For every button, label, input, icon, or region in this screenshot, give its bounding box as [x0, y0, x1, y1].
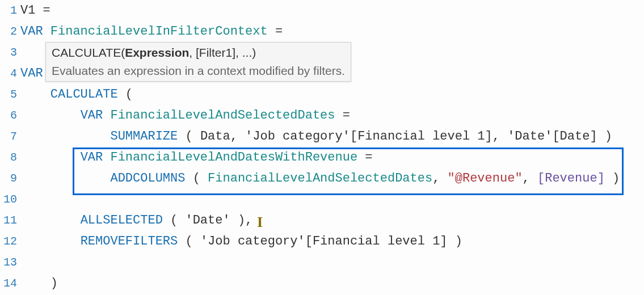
token-indent [20, 213, 81, 227]
token-arg: 'Date' [185, 213, 230, 227]
code-line[interactable]: 3 CALCULATE(Expression, [Filter1], ...) … [0, 42, 644, 63]
token-paren: ( [163, 213, 186, 227]
token-identifier: FinancialLevelInFilterContext [50, 24, 268, 39]
code-content[interactable]: REMOVEFILTERS ( 'Job category'[Financial… [20, 231, 644, 252]
token-identifier: FinancialLevelAndSelectedDates [110, 108, 335, 123]
code-content[interactable]: V1 = [20, 0, 644, 21]
token-identifier: FinancialLevelAndDatesWithRevenue [110, 150, 357, 165]
tooltip-func: CALCULATE( [52, 46, 125, 59]
token-string: "@Revenue" [448, 171, 523, 186]
code-content[interactable]: VAR FinancialLevelInFilterContext = [20, 21, 644, 42]
code-line[interactable]: 1 V1 = [0, 0, 644, 21]
code-line[interactable]: 7 SUMMARIZE ( Data, 'Job category'[Finan… [0, 126, 644, 147]
token-operator: = [268, 24, 283, 39]
token-arg: 'Job category'[Financial level 1] [245, 129, 493, 144]
line-number: 9 [0, 168, 20, 189]
line-number: 11 [0, 210, 20, 231]
line-number: 2 [0, 21, 20, 42]
code-editor[interactable]: 1 V1 = 2 VAR FinancialLevelInFilterConte… [0, 0, 644, 295]
token-function: ALLSELECTED [81, 213, 163, 227]
token-indent [20, 276, 50, 290]
code-line[interactable]: 6 VAR FinancialLevelAndSelectedDates = [0, 105, 644, 126]
token-bracket: ] [597, 171, 605, 186]
token-paren: ) [605, 171, 620, 186]
token-paren: ), [230, 213, 253, 227]
line-number: 3 [0, 42, 20, 63]
tooltip-rest: , [Filter1], ...) [189, 46, 256, 59]
token-paren: ) [50, 276, 58, 290]
token-indent [20, 171, 110, 186]
token-function: SUMMARIZE [110, 129, 178, 144]
token-paren: ( [185, 171, 208, 186]
tooltip-signature: CALCULATE(Expression, [Filter1], ...) [52, 44, 345, 62]
code-content[interactable]: VAR FinancialLevelAndSelectedDates = [20, 105, 644, 126]
token-indent [20, 87, 50, 102]
token-arg: 'Date'[Date] [507, 129, 597, 144]
line-number: 10 [0, 189, 20, 210]
code-line[interactable]: 14 ) [0, 273, 644, 294]
token-paren: ) [448, 234, 462, 248]
token-function: CALCULATE [50, 87, 118, 102]
token-function: ADDCOLUMNS [110, 171, 185, 186]
token-paren: ( [118, 87, 133, 102]
token-comma: , [432, 171, 447, 186]
code-line[interactable]: 13 [0, 252, 644, 273]
token-arg: 'Job category'[Financial level 1] [200, 234, 448, 248]
token-indent [20, 150, 81, 165]
line-number: 7 [0, 126, 20, 147]
code-content[interactable]: CALCULATE ( [20, 84, 644, 105]
code-line[interactable]: 12 REMOVEFILTERS ( 'Job category'[Financ… [0, 231, 644, 252]
code-content[interactable]: VAR FinancialLevelAndDatesWithRevenue = [20, 147, 644, 168]
token-bracket: [ [537, 171, 545, 186]
token-operator: = [335, 108, 350, 123]
code-line[interactable]: 11 ALLSELECTED ( 'Date' ), I [0, 210, 644, 231]
intellisense-tooltip: CALCULATE(Expression, [Filter1], ...) Ev… [45, 42, 351, 82]
token-arg: Data [200, 129, 230, 144]
token-keyword: VAR [81, 150, 111, 165]
token-operator: = [357, 150, 372, 165]
code-line[interactable]: 5 CALCULATE ( [0, 84, 644, 105]
line-number: 4 [0, 63, 20, 84]
token-indent [20, 129, 110, 144]
line-number: 8 [0, 147, 20, 168]
code-content[interactable]: ADDCOLUMNS ( FinancialLevelAndSelectedDa… [20, 168, 644, 189]
text-cursor-icon: I [257, 212, 263, 233]
code-line[interactable]: 8 VAR FinancialLevelAndDatesWithRevenue … [0, 147, 644, 168]
token-comma: , [523, 171, 537, 186]
line-number: 14 [0, 273, 20, 294]
tooltip-param-bold: Expression [125, 46, 189, 59]
token-function: REMOVEFILTERS [81, 234, 178, 248]
code-line[interactable]: 2 VAR FinancialLevelInFilterContext = [0, 21, 644, 42]
line-number: 6 [0, 105, 20, 126]
token-paren: ( [178, 129, 200, 144]
token-operator: = [35, 3, 50, 18]
line-number: 5 [0, 84, 20, 105]
token-keyword: VAR [81, 108, 111, 123]
token-paren: ) [597, 129, 612, 144]
token-indent [20, 234, 81, 248]
code-line[interactable]: 10 [0, 189, 644, 210]
tooltip-description: Evaluates an expression in a context mod… [52, 62, 345, 80]
token-comma: , [230, 129, 245, 144]
token-comma: , [493, 129, 507, 144]
code-content[interactable]: ) [20, 273, 644, 294]
token-keyword: VAR [20, 24, 50, 39]
line-number: 13 [0, 252, 20, 273]
token-arg: FinancialLevelAndSelectedDates [208, 171, 432, 186]
line-number: 1 [0, 0, 20, 21]
token-identifier: V1 [20, 3, 35, 18]
token-indent [20, 108, 81, 123]
code-content[interactable]: ALLSELECTED ( 'Date' ), [20, 210, 644, 231]
token-paren: ( [178, 234, 200, 248]
token-measure: Revenue [545, 171, 597, 186]
line-number: 12 [0, 231, 20, 252]
code-content[interactable]: SUMMARIZE ( Data, 'Job category'[Financi… [20, 126, 644, 147]
code-line[interactable]: 9 ADDCOLUMNS ( FinancialLevelAndSelected… [0, 168, 644, 189]
